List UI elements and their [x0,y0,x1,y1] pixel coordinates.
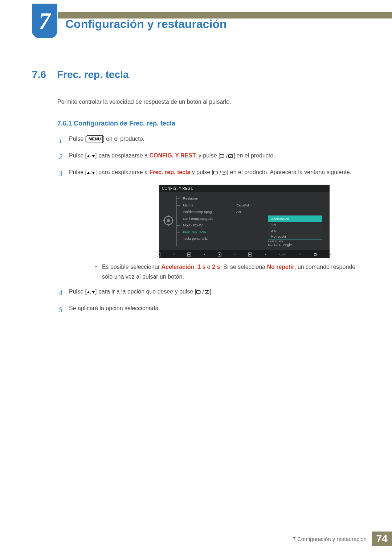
enter-button-icon: / [213,168,226,178]
emph: No repetir [267,264,294,270]
osd-value: : Español [233,202,266,209]
step-text: Se aplicará la opción seleccionada. [69,303,363,313]
svg-marker-5 [92,172,95,174]
section-number: 7.6 [32,69,46,81]
osd-auto-label: AUTO [279,253,286,256]
step-text: ] para ir a la opción que desee y pulse … [95,288,196,295]
emph: 2 s [212,264,220,270]
svg-marker-20 [219,253,221,255]
footer-text: 7 Configuración y restauración [293,536,367,542]
step-text: ] para desplazarse a [95,169,149,175]
step-number: 1 [57,134,62,146]
note-text: . Si se selecciona [220,264,267,270]
osd-dropdown-item: No repetir [268,233,322,239]
svg-point-9 [167,219,170,222]
menu-target: CONFIG. Y REST. [149,152,197,159]
note-text: o [205,264,212,270]
step-number: 5 [57,303,62,316]
note-bullet: • Es posible seleccionar Aceleración, 1 … [95,262,363,282]
step-text: Pulse [ [69,169,87,175]
menu-target: Frec. rep. tecla [149,169,190,175]
step-number: 4 [57,287,62,299]
up-down-arrow-icon: / [87,169,95,176]
note-text: , [194,264,197,270]
osd-dropdown: Aceleración 1 s 2 s No repetir [268,216,322,239]
page-number: 74 [372,532,392,546]
step-text: ] en el producto. [233,152,275,159]
step-text: ] en el producto. Aparecerá la ventana s… [227,169,351,175]
up-down-arrow-icon: / [87,153,95,160]
osd-value: : [233,235,266,242]
osd-menu-item: Conf.temp.apagado [178,216,232,222]
osd-menu-item-active: Frec. rep. tecla [178,229,232,236]
svg-rect-25 [197,291,201,294]
osd-power-icon [314,251,317,258]
osd-dropdown-item: 1 s [268,222,322,227]
step-number: 3 [57,167,62,180]
gear-icon [163,216,173,227]
osd-menu-item: Tecla personaliz. [178,235,232,242]
osd-menu-item: Restaurar [178,195,232,202]
chapter-title: Configuración y restauración [65,17,227,31]
emph: Aceleración [162,264,195,270]
svg-marker-24 [92,291,95,294]
svg-marker-0 [87,155,90,157]
svg-rect-6 [214,171,218,174]
osd-screenshot: CONFIG. Y REST. Restaurar Idioma Act/des… [159,185,330,258]
osd-value: : Act. [233,209,266,216]
intro-text: Permite controlar la velocidad de respue… [57,99,363,105]
osd-magic-label: SAMSUNGMAGIC Angle [268,241,292,247]
bullet-icon: • [95,262,97,282]
step-text: ] en el producto. [103,136,144,142]
svg-marker-19 [188,254,191,255]
step-1: 1 Pulse [MENU] en el producto. [57,134,363,146]
osd-title: CONFIG. Y REST. [159,185,330,192]
section-title: Frec. rep. tecla [57,69,129,81]
osd-menu-item: Idioma [178,202,232,209]
step-2: 2 Pulse [/] para desplazarse a CONFIG. Y… [57,151,363,163]
svg-marker-4 [87,172,90,174]
step-text: y pulse [ [197,152,220,159]
svg-marker-18 [158,253,159,255]
enter-button-icon: / [196,287,209,297]
osd-menu-item: Modo PC/AV [178,222,232,229]
up-down-arrow-icon: / [87,289,95,296]
step-text: ]. [210,288,213,295]
step-5: 5 Se aplicará la opción seleccionada. [57,303,363,316]
osd-dropdown-selected: Aceleración [268,216,322,222]
step-3: 3 Pulse [/] para desplazarse a Frec. rep… [57,167,363,180]
enter-button-icon: / [220,151,233,161]
menu-button-icon: MENU [87,135,103,143]
step-text: Pulse [ [69,152,87,159]
step-text: ] para desplazarse a [95,152,149,159]
osd-value: : [233,229,266,236]
note-text: Es posible seleccionar [102,264,162,270]
step-text: Pulse [ [69,288,87,295]
svg-rect-2 [220,155,224,157]
osd-nav-enter-icon [248,253,252,257]
osd-nav-up-icon [218,253,221,257]
osd-menu-item: Act/des temp apag [178,209,232,216]
step-text: y pulse [ [190,169,213,175]
svg-marker-1 [92,155,95,157]
step-text: Pulse [ [69,136,87,142]
osd-nav-down-icon [187,253,191,257]
osd-footer: ▼ ▼ ▼ ▼ AUTO▼ ▼ [159,250,330,258]
chapter-number: 7 [32,4,57,38]
osd-nav-left-icon [157,253,160,257]
step-4: 4 Pulse [/] para ir a la opción que dese… [57,287,363,299]
step-number: 2 [57,151,62,163]
emph: 1 s [197,264,205,270]
osd-dropdown-item: 2 s [268,227,322,233]
svg-marker-23 [87,291,90,293]
subsection-title: 7.6.1 Configuración de Frec. rep. tecla [57,120,363,127]
